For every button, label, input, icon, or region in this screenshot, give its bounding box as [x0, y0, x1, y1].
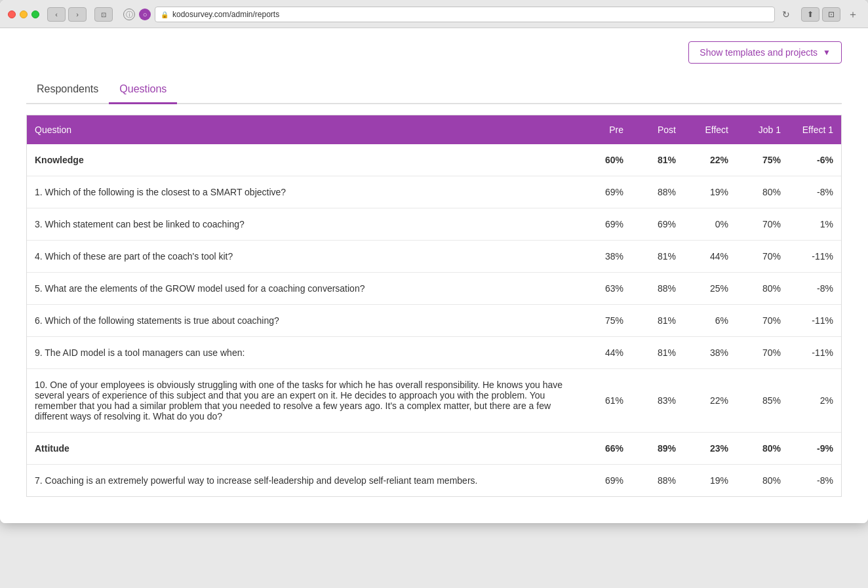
cell-post: 81% [631, 337, 684, 368]
cell-pre: 38% [579, 241, 631, 272]
show-templates-label: Show templates and projects [700, 47, 818, 58]
cell-pre: 66% [579, 433, 631, 464]
cell-job1: 70% [736, 208, 789, 240]
header-pre: Pre [579, 115, 631, 144]
cell-pre: 63% [579, 273, 631, 304]
table-row: 4. Which of these are part of the coach'… [27, 241, 841, 273]
table-row: 7. Coaching is an extremely powerful way… [27, 465, 841, 496]
table-row: 9. The AID model is a tool managers can … [27, 337, 841, 369]
browser-window: ‹ › ⊡ ⓘ ○ 🔒 kodosurvey.com/admin/reports… [0, 0, 868, 523]
table-row: 10. One of your employees is obviously s… [27, 369, 841, 433]
header-effect: Effect [684, 115, 736, 144]
table-body: Knowledge 60% 81% 22% 75% -6% 1. Which o… [27, 144, 841, 496]
tab-questions[interactable]: Questions [109, 77, 177, 103]
cell-question: 9. The AID model is a tool managers can … [27, 337, 579, 368]
cell-effect: 22% [684, 385, 736, 416]
close-button[interactable] [8, 10, 16, 18]
cell-pre: 69% [579, 465, 631, 496]
show-templates-button[interactable]: Show templates and projects ▼ [688, 41, 842, 64]
table-row: 5. What are the elements of the GROW mod… [27, 273, 841, 305]
url-text: kodosurvey.com/admin/reports [172, 10, 279, 19]
cell-pre: 75% [579, 305, 631, 336]
fullscreen-button[interactable] [31, 10, 39, 18]
browser-action-buttons: ⬆ ⊡ [801, 7, 840, 22]
cell-post: 81% [631, 241, 684, 272]
back-button[interactable]: ‹ [47, 7, 66, 22]
cell-effect: 38% [684, 337, 736, 368]
cell-effect1: -8% [789, 465, 841, 496]
header-post: Post [631, 115, 684, 144]
cell-question: 7. Coaching is an extremely powerful way… [27, 465, 579, 496]
cell-job1: 80% [736, 433, 789, 464]
cell-post: 88% [631, 176, 684, 208]
cell-job1: 70% [736, 305, 789, 336]
minimize-button[interactable] [20, 10, 28, 18]
cell-job1: 70% [736, 337, 789, 368]
cell-post: 81% [631, 305, 684, 336]
extension-icon[interactable]: ○ [139, 9, 151, 20]
window-controls[interactable]: ⊡ [94, 7, 113, 22]
cell-effect1: -11% [789, 337, 841, 368]
cell-question: Knowledge [27, 144, 579, 176]
cell-post: 81% [631, 144, 684, 176]
cell-job1: 80% [736, 176, 789, 208]
header-effect1: Effect 1 [789, 115, 841, 144]
cell-question: 3. Which statement can best be linked to… [27, 208, 579, 240]
nav-buttons: ‹ › [47, 7, 87, 22]
cell-effect1: -9% [789, 433, 841, 464]
forward-button[interactable]: › [68, 7, 87, 22]
cell-post: 69% [631, 208, 684, 240]
browser-chrome: ‹ › ⊡ ⓘ ○ 🔒 kodosurvey.com/admin/reports… [0, 0, 868, 28]
reader-button[interactable]: ⊡ [822, 7, 840, 22]
site-info-icon[interactable]: ⓘ [123, 9, 135, 20]
cell-effect: 19% [684, 176, 736, 208]
address-bar[interactable]: 🔒 kodosurvey.com/admin/reports [155, 7, 775, 22]
cell-question: 4. Which of these are part of the coach'… [27, 241, 579, 272]
cell-effect1: 1% [789, 208, 841, 240]
top-bar: Show templates and projects ▼ [26, 41, 842, 64]
cell-effect1: -11% [789, 241, 841, 272]
header-question: Question [27, 115, 579, 144]
share-button[interactable]: ⬆ [801, 7, 819, 22]
cell-post: 83% [631, 385, 684, 416]
cell-job1: 85% [736, 385, 789, 416]
cell-effect: 22% [684, 144, 736, 176]
dropdown-arrow-icon: ▼ [823, 48, 831, 57]
cell-pre: 69% [579, 208, 631, 240]
cell-effect: 0% [684, 208, 736, 240]
cell-post: 88% [631, 465, 684, 496]
cell-question: 1. Which of the following is the closest… [27, 176, 579, 208]
cell-effect1: -8% [789, 176, 841, 208]
cell-pre: 44% [579, 337, 631, 368]
lock-icon: 🔒 [161, 11, 168, 18]
cell-question: 5. What are the elements of the GROW mod… [27, 273, 579, 304]
table-row: Knowledge 60% 81% 22% 75% -6% [27, 144, 841, 176]
table-row: 3. Which statement can best be linked to… [27, 208, 841, 241]
cell-pre: 61% [579, 385, 631, 416]
header-job1: Job 1 [736, 115, 789, 144]
cell-question: 10. One of your employees is obviously s… [27, 369, 579, 432]
traffic-lights [8, 10, 39, 18]
cell-effect1: -11% [789, 305, 841, 336]
table-header: Question Pre Post Effect Job 1 Effect 1 [27, 115, 841, 144]
cell-effect1: -6% [789, 144, 841, 176]
reload-button[interactable]: ↻ [779, 7, 793, 22]
table-row: Attitude 66% 89% 23% 80% -9% [27, 433, 841, 465]
cell-job1: 70% [736, 241, 789, 272]
cell-job1: 80% [736, 465, 789, 496]
cell-job1: 80% [736, 273, 789, 304]
cell-question: 6. Which of the following statements is … [27, 305, 579, 336]
address-bar-container: ⓘ ○ 🔒 kodosurvey.com/admin/reports ↻ [118, 7, 793, 22]
table-row: 6. Which of the following statements is … [27, 305, 841, 337]
cell-pre: 60% [579, 144, 631, 176]
cell-effect: 44% [684, 241, 736, 272]
new-tab-button[interactable]: ＋ [846, 7, 860, 22]
cell-effect: 19% [684, 465, 736, 496]
questions-table: Question Pre Post Effect Job 1 Effect 1 … [26, 115, 842, 497]
cell-effect1: 2% [789, 385, 841, 416]
cell-job1: 75% [736, 144, 789, 176]
cell-effect: 6% [684, 305, 736, 336]
tab-respondents[interactable]: Respondents [26, 77, 109, 103]
cell-pre: 69% [579, 176, 631, 208]
cell-effect: 25% [684, 273, 736, 304]
